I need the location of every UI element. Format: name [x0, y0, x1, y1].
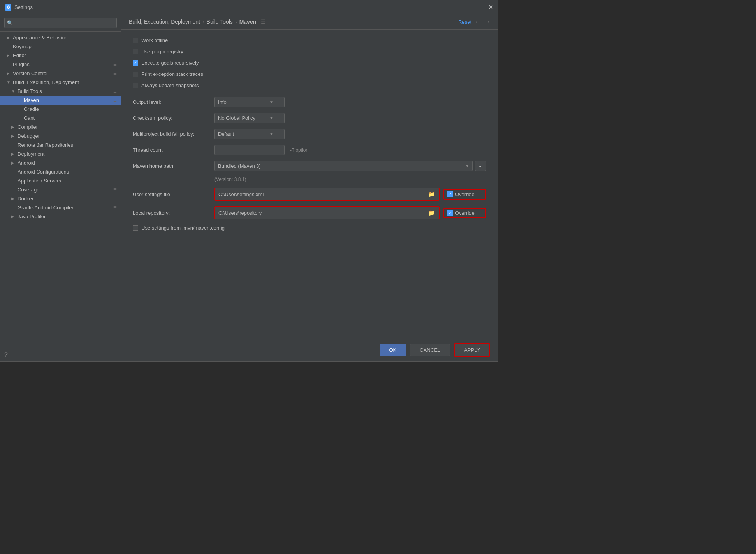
- output-level-dropdown[interactable]: Info ▼: [214, 97, 285, 107]
- execute-goals-row: Execute goals recursively: [133, 60, 486, 66]
- use-mvn-config-checkbox[interactable]: [133, 225, 138, 231]
- execute-goals-checkbox[interactable]: [133, 60, 138, 66]
- breadcrumb-menu-icon: ☰: [261, 19, 266, 25]
- maven-home-label: Maven home path:: [133, 163, 211, 169]
- expand-arrow: ▶: [7, 35, 11, 40]
- user-settings-label: User settings file:: [133, 191, 211, 197]
- settings-window: ⚙ Settings ✕ 🔍 ▶ Appearance & Behavior: [0, 0, 498, 362]
- sidebar-item-appearance[interactable]: ▶ Appearance & Behavior: [0, 33, 121, 42]
- dropdown-arrow-icon: ▼: [269, 100, 273, 104]
- sidebar-item-label: Remote Jar Repositories: [18, 142, 110, 148]
- local-repository-row: Local repository: C:\Users\repository 📁 …: [133, 206, 486, 219]
- use-plugin-registry-checkbox[interactable]: [133, 49, 138, 54]
- sidebar-item-java-profiler[interactable]: ▶ Java Profiler: [0, 212, 121, 221]
- work-offline-checkbox[interactable]: [133, 38, 138, 43]
- sidebar-item-label: Application Servers: [18, 178, 117, 184]
- maven-home-value: Bundled (Maven 3): [218, 163, 261, 169]
- sidebar-item-keymap[interactable]: Keymap: [0, 42, 121, 51]
- sidebar-item-gradle[interactable]: Gradle ☰: [0, 105, 121, 114]
- sidebar-item-debugger[interactable]: ▶ Debugger: [0, 131, 121, 140]
- checksum-policy-dropdown[interactable]: No Global Policy ▼: [214, 113, 285, 123]
- breadcrumb-part-2: Build Tools: [207, 19, 233, 25]
- use-plugin-registry-label: Use plugin registry: [141, 49, 183, 54]
- ok-button[interactable]: OK: [380, 344, 406, 356]
- sidebar-item-plugins[interactable]: Plugins ☰: [0, 60, 121, 69]
- sidebar-item-android-config[interactable]: Android Configurations: [0, 167, 121, 176]
- app-icon: ⚙: [5, 4, 11, 11]
- expand-arrow: ▶: [11, 214, 16, 219]
- always-update-label: Always update snapshots: [141, 82, 199, 88]
- sidebar-item-label: Maven: [24, 97, 110, 103]
- search-wrapper: 🔍: [4, 18, 117, 28]
- local-repository-input-wrapper: C:\Users\repository 📁: [214, 206, 440, 219]
- sidebar-item-app-servers[interactable]: Application Servers: [0, 176, 121, 185]
- breadcrumb-actions: Reset ← →: [458, 18, 490, 25]
- sidebar-item-label: Build, Execution, Deployment: [13, 79, 117, 85]
- user-settings-value: C:\User\settings.xml: [218, 191, 427, 197]
- sidebar-item-compiler[interactable]: ▶ Compiler ☰: [0, 123, 121, 131]
- local-repository-browse-button[interactable]: 📁: [427, 209, 436, 217]
- expand-arrow: ▶: [11, 196, 16, 201]
- sidebar-item-label: Editor: [13, 53, 117, 58]
- cancel-button[interactable]: CANCEL: [410, 344, 450, 356]
- sidebar-item-gradle-android[interactable]: Gradle-Android Compiler ☰: [0, 203, 121, 212]
- print-exception-checkbox[interactable]: [133, 72, 138, 77]
- menu-icon: ☰: [113, 143, 117, 147]
- maven-home-browse-button[interactable]: ···: [475, 161, 486, 171]
- sidebar-item-label: Docker: [18, 196, 117, 202]
- user-settings-browse-button[interactable]: 📁: [427, 190, 436, 198]
- sidebar-item-label: Gradle: [24, 106, 110, 112]
- sidebar-item-label: Build Tools: [18, 88, 110, 94]
- window-title: Settings: [14, 4, 33, 10]
- sidebar-item-version-control[interactable]: ▶ Version Control ☰: [0, 69, 121, 78]
- work-offline-label: Work offline: [141, 37, 168, 43]
- user-settings-override-wrapper: Override: [443, 189, 486, 200]
- close-button[interactable]: ✕: [488, 4, 493, 11]
- sidebar-item-label: Android Configurations: [18, 169, 117, 175]
- sidebar-item-deployment[interactable]: ▶ Deployment: [0, 149, 121, 158]
- user-settings-override-checkbox[interactable]: [447, 191, 453, 197]
- menu-icon: ☰: [113, 125, 117, 129]
- print-exception-row: Print exception stack traces: [133, 71, 486, 77]
- dropdown-arrow-icon: ▼: [269, 132, 273, 136]
- output-level-label: Output level:: [133, 99, 211, 105]
- sidebar-item-coverage[interactable]: Coverage ☰: [0, 185, 121, 194]
- sidebar-item-maven[interactable]: Maven ☰: [0, 96, 121, 105]
- sidebar-item-label: Keymap: [13, 44, 117, 49]
- expand-arrow: ▶: [11, 134, 16, 138]
- forward-button[interactable]: →: [484, 18, 490, 25]
- sidebar-item-build-exec[interactable]: ▼ Build, Execution, Deployment: [0, 78, 121, 87]
- menu-icon: ☰: [113, 62, 117, 67]
- sidebar-item-gant[interactable]: Gant ☰: [0, 114, 121, 123]
- menu-icon: ☰: [113, 98, 117, 102]
- reset-button[interactable]: Reset: [458, 19, 471, 25]
- local-repository-override-wrapper: Override: [443, 208, 486, 218]
- apply-button[interactable]: APPLY: [454, 343, 490, 357]
- menu-icon: ☰: [113, 71, 117, 75]
- sidebar-item-android[interactable]: ▶ Android: [0, 158, 121, 167]
- help-button[interactable]: ?: [4, 351, 8, 358]
- back-button[interactable]: ←: [475, 18, 481, 25]
- maven-home-dropdown[interactable]: Bundled (Maven 3) ▼: [214, 161, 473, 171]
- sidebar-item-label: Java Profiler: [18, 214, 117, 219]
- output-level-row: Output level: Info ▼: [133, 97, 486, 107]
- search-input[interactable]: [4, 18, 117, 28]
- settings-panel: Work offline Use plugin registry Execute…: [121, 30, 498, 338]
- sidebar-item-build-tools[interactable]: ▼ Build Tools ☰: [0, 87, 121, 96]
- always-update-checkbox[interactable]: [133, 83, 138, 88]
- user-settings-input-wrapper: C:\User\settings.xml 📁: [214, 188, 440, 201]
- multiproject-policy-dropdown[interactable]: Default ▼: [214, 129, 285, 139]
- sidebar-item-editor[interactable]: ▶ Editor: [0, 51, 121, 60]
- sidebar-item-docker[interactable]: ▶ Docker: [0, 194, 121, 203]
- expand-arrow: ▼: [11, 89, 16, 93]
- expand-arrow: ▶: [7, 71, 11, 75]
- local-repository-override-checkbox[interactable]: [447, 210, 453, 216]
- sidebar-item-remote-jar[interactable]: Remote Jar Repositories ☰: [0, 140, 121, 149]
- thread-count-input[interactable]: [214, 145, 285, 155]
- title-bar: ⚙ Settings ✕: [0, 0, 498, 14]
- t-option-label: -T option: [290, 147, 308, 153]
- title-bar-left: ⚙ Settings: [5, 4, 33, 11]
- use-mvn-config-row: Use settings from .mvn/maven.config: [133, 225, 486, 231]
- content-area: Build, Execution, Deployment › Build Too…: [121, 14, 498, 361]
- search-bar: 🔍: [0, 14, 121, 32]
